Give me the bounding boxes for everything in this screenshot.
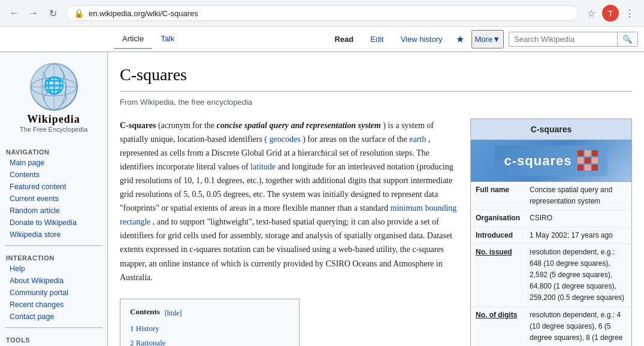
infobox-fullname-label: Full name (476, 184, 530, 207)
back-button[interactable]: ← (6, 5, 23, 22)
infobox-org-label: Organisation (476, 213, 530, 224)
infobox: C-squares c-squares (470, 119, 632, 346)
contents-toggle[interactable]: [hide] (165, 308, 182, 320)
grid-cell-7 (578, 165, 583, 171)
interaction-heading: Interaction (0, 251, 107, 263)
contents-item-1: 1 History (130, 321, 289, 335)
sidebar-item-store[interactable]: Wikipedia store (0, 229, 107, 241)
lock-icon: 🔒 (74, 8, 84, 18)
article-text-3: ) for areas on the surface of the (303, 135, 409, 144)
infobox-image: c-squares (471, 140, 631, 182)
infobox-fullname-value: Concise spatial query and representation… (530, 184, 627, 207)
search-button[interactable]: 🔍 (617, 32, 637, 46)
infobox-row-org: Organisation CSIRO (471, 210, 631, 227)
view-history-button[interactable]: View history (395, 31, 449, 47)
browser-chrome: ← → ↻ 🔒 en.wikipedia.org/wiki/C-squares … (0, 0, 644, 27)
article-bold-term: C-squares (120, 121, 156, 130)
grid-cell-1 (578, 150, 583, 156)
infobox-no-digits-label[interactable]: No. of digits (476, 309, 530, 346)
browser-toolbar: ← → ↻ 🔒 en.wikipedia.org/wiki/C-squares … (0, 0, 644, 26)
article-title: C-squares (120, 62, 632, 92)
infobox-no-issued-label[interactable]: No. issued (476, 247, 530, 304)
article-text-6: , and to support "lightweight", text-bas… (120, 217, 452, 281)
wiki-logo-title: Wikipedia (27, 113, 80, 126)
sidebar-navigation: Navigation Main page Contents Featured c… (0, 142, 107, 243)
infobox-introduced-value: 1 May 2002; 17 years ago (530, 230, 627, 241)
sidebar-tools: Tools What links here Related changes Up… (0, 330, 107, 346)
contents-box: Contents [hide] 1 History 2 Rationale 2.… (120, 299, 300, 346)
infobox-row-fullname: Full name Concise spatial query and repr… (471, 182, 631, 210)
wiki-tabs: Article Talk (114, 29, 183, 49)
tools-heading: Tools (0, 333, 107, 345)
wiki-actions: Read Edit View history ★ More ▼ 🔍 (328, 30, 638, 48)
geocodes-link[interactable]: geocodes (270, 135, 301, 144)
sidebar-item-contents[interactable]: Contents (0, 169, 107, 181)
grid-cell-8 (585, 165, 591, 171)
wiki-header: Article Talk Read Edit View history ★ Mo… (0, 27, 644, 52)
article-text-1: (acronym for the (158, 121, 217, 130)
sidebar-item-community[interactable]: Community portal (0, 287, 107, 299)
sidebar-item-recent-changes[interactable]: Recent changes (0, 299, 107, 311)
sidebar-item-featured[interactable]: Featured content (0, 181, 107, 193)
article-acronym: concise spatial query and representation… (217, 121, 381, 130)
read-button[interactable]: Read (328, 31, 359, 47)
infobox-title: C-squares (471, 119, 631, 140)
browser-actions: ☆ T ⋮ (583, 5, 638, 22)
svg-text:🌐: 🌐 (43, 75, 64, 95)
infobox-row-no-digits: No. of digits resolution dependent, e.g.… (471, 307, 631, 346)
tab-talk[interactable]: Talk (152, 29, 183, 49)
infobox-row-no-issued: No. issued resolution dependent, e.g.: 6… (471, 244, 631, 307)
sidebar-divider-2 (5, 327, 102, 328)
sidebar-item-random[interactable]: Random article (0, 205, 107, 217)
infobox-introduced-label: Introduced (476, 230, 530, 241)
bookmark-button[interactable]: ☆ (583, 5, 600, 22)
sidebar-item-about[interactable]: About Wikipedia (0, 275, 107, 287)
refresh-button[interactable]: ↻ (44, 5, 61, 22)
nav-heading: Navigation (0, 145, 107, 157)
grid-cell-4 (578, 157, 583, 163)
sidebar-item-main-page[interactable]: Main page (0, 157, 107, 169)
earth-link[interactable]: earth (409, 135, 426, 144)
wiki-logo-subtitle: The Free Encyclopedia (20, 126, 87, 133)
sidebar-interaction: Interaction Help About Wikipedia Communi… (0, 248, 107, 325)
nav-buttons: ← → ↻ (6, 5, 61, 22)
wiki-logo: 🌐 Wikipedia The Free Encyclopedia (0, 58, 107, 138)
sidebar-item-donate[interactable]: Donate to Wikipedia (0, 217, 107, 229)
star-button[interactable]: ★ (453, 31, 467, 47)
sidebar-item-contact[interactable]: Contact page (0, 311, 107, 323)
grid-cell-5 (585, 157, 591, 163)
grid-cell-2 (585, 150, 591, 156)
wiki-sidebar: 🌐 Wikipedia The Free Encyclopedia Naviga… (0, 52, 108, 346)
menu-button[interactable]: ⋮ (621, 5, 638, 22)
latitude-link[interactable]: latitude (250, 162, 276, 171)
forward-button[interactable]: → (25, 5, 42, 22)
article-subtitle: From Wikipedia, the free encyclopedia (120, 96, 632, 109)
url-text: en.wikipedia.org/wiki/C-squares (89, 9, 570, 18)
contents-link-2[interactable]: 2 Rationale (130, 338, 166, 346)
search-input[interactable] (509, 32, 617, 46)
address-bar[interactable]: 🔒 en.wikipedia.org/wiki/C-squares (66, 5, 578, 21)
sidebar-divider-1 (5, 245, 102, 246)
wiki-page: Article Talk Read Edit View history ★ Mo… (0, 27, 644, 346)
tab-article[interactable]: Article (114, 29, 152, 49)
csquares-grid-icon (578, 150, 598, 171)
wiki-globe-icon: 🌐 (30, 63, 78, 111)
grid-cell-3 (592, 150, 598, 156)
csquares-logo: c-squares (495, 145, 608, 176)
grid-cell-6 (592, 157, 598, 163)
infobox-org-value: CSIRO (530, 213, 627, 224)
wiki-content: C-squares From Wikipedia, the free encyc… (108, 52, 644, 346)
sidebar-item-current-events[interactable]: Current events (0, 193, 107, 205)
more-button[interactable]: More ▼ (471, 30, 504, 48)
grid-cell-9 (592, 165, 598, 171)
contents-header: Contents [hide] (130, 305, 289, 321)
edit-button[interactable]: Edit (364, 31, 389, 47)
contents-title: Contents (130, 305, 160, 318)
infobox-row-introduced: Introduced 1 May 2002; 17 years ago (471, 227, 631, 244)
contents-link-1[interactable]: 1 History (130, 324, 159, 333)
infobox-no-issued-value: resolution dependent, e.g.: 648 (10 degr… (530, 247, 627, 304)
user-avatar[interactable]: T (602, 5, 619, 22)
infobox-no-digits-value: resolution dependent, e.g.: 4 (10 degree… (530, 309, 627, 346)
wiki-body: 🌐 Wikipedia The Free Encyclopedia Naviga… (0, 52, 644, 346)
sidebar-item-help[interactable]: Help (0, 263, 107, 275)
